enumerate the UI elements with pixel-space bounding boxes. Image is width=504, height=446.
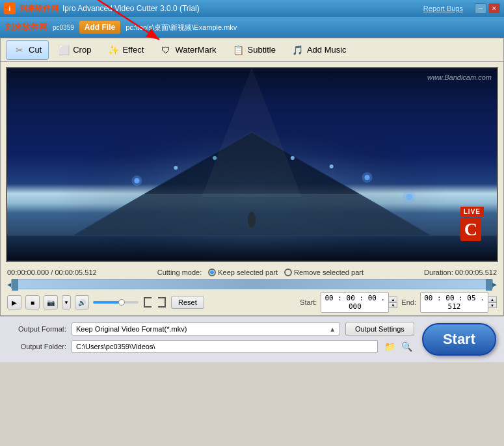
add-file-bar: 刘来软件网 pc0359 Add File pc:\tools\桌面\新视频\E…	[0, 17, 504, 38]
start-end-area: Start: 00 : 00 : 00 . 000 ▲ ▼ End: 00 : …	[208, 292, 497, 313]
tab-add-music[interactable]: 🎵 Add Music	[284, 40, 354, 60]
playback-controls: ▶ ■ 📷 ▼ 🔊 Reset Start: 00 : 00 : 00 . 00…	[1, 289, 503, 315]
scene-overlay	[7, 68, 497, 261]
timeline-right-handle[interactable]	[486, 279, 492, 291]
output-settings-button[interactable]: Output Settings	[345, 322, 414, 336]
time-separator: /	[51, 269, 53, 276]
app-icon: i	[4, 3, 16, 14]
remove-radio[interactable]	[284, 269, 292, 276]
status-bar: 00:00:00.000 / 00:00:05.512 Cutting mode…	[1, 267, 503, 278]
end-time-input[interactable]: 00 : 00 : 05 . 512	[420, 292, 488, 313]
format-value: Keep Original Video Format(*.mkv)	[76, 325, 187, 333]
start-row: Output Format: Keep Original Video Forma…	[8, 322, 496, 357]
bottom-section: Output Format: Keep Original Video Forma…	[0, 316, 504, 362]
format-dropdown[interactable]: Keep Original Video Format(*.mkv) ▲	[72, 322, 340, 335]
cut-icon: ✂	[13, 44, 26, 57]
crop-icon: ⬜	[57, 44, 70, 57]
svg-point-9	[213, 156, 217, 160]
tab-subtitle-label: Subtitle	[248, 45, 276, 55]
sub-brand: pc0359	[53, 24, 74, 31]
timeline-left-handle[interactable]	[12, 279, 18, 291]
tab-subtitle[interactable]: 📋 Subtitle	[225, 40, 283, 60]
end-time-spinner: ▲ ▼	[488, 296, 497, 308]
tab-watermark-label: WaterMark	[175, 45, 216, 55]
screenshot-button[interactable]: 📷	[44, 295, 58, 309]
volume-thumb[interactable]	[118, 299, 125, 306]
bracket-right[interactable]	[158, 297, 166, 308]
close-button[interactable]: ✕	[488, 3, 500, 14]
remove-label: Remove selected part	[294, 269, 364, 276]
tab-add-music-label: Add Music	[307, 45, 347, 55]
tab-watermark[interactable]: 🛡 WaterMark	[152, 40, 223, 60]
svg-rect-18	[7, 194, 497, 236]
dropdown-arrow-icon: ▲	[329, 326, 336, 333]
video-background: www.Bandicam.com LIVE C	[7, 68, 497, 261]
add-file-button[interactable]: Add File	[79, 21, 120, 34]
add-music-icon: 🎵	[291, 44, 304, 57]
output-folder-row: Output Folder: 📁 🔍	[8, 340, 414, 353]
keep-label: Keep selected part	[218, 269, 278, 276]
start-label: Start:	[300, 298, 317, 306]
live-channel: C	[460, 218, 481, 241]
search-folder-button[interactable]: 🔍	[400, 340, 414, 353]
end-time-down[interactable]: ▼	[488, 302, 497, 308]
svg-point-13	[362, 172, 373, 183]
tab-crop[interactable]: ⬜ Crop	[50, 40, 98, 60]
app-title: Ipro Advanced Video Cutter 3.0.0 (Trial)	[62, 4, 200, 13]
main-window: ✂ Cut ⬜ Crop ✨ Effect 🛡 WaterMark	[0, 38, 504, 316]
timeline-container: ◂ ▸	[6, 279, 498, 289]
duration-display: Duration: 00:00:05.512	[424, 269, 497, 276]
tab-cut[interactable]: ✂ Cut	[6, 40, 49, 60]
video-watermark-text: www.Bandicam.com	[427, 73, 492, 81]
cutting-mode-area: Cutting mode: Keep selected part Remove …	[157, 269, 364, 276]
tab-effect[interactable]: ✨ Effect	[99, 40, 151, 60]
watermark-icon: 🛡	[159, 44, 172, 57]
open-folder-button[interactable]: 📁	[383, 340, 397, 353]
folder-icons: 📁 🔍	[383, 340, 414, 353]
title-bar-left: i 刘来软件网 Ipro Advanced Video Cutter 3.0.0…	[4, 3, 200, 14]
output-cols: Output Format: Keep Original Video Forma…	[8, 322, 414, 357]
duration-label: Duration:	[424, 269, 453, 276]
timeline[interactable]	[11, 279, 493, 289]
watermark-logo: 刘来软件网	[20, 3, 59, 14]
start-time-spinner: ▲ ▼	[388, 296, 397, 308]
keep-radio[interactable]	[208, 269, 216, 276]
volume-button[interactable]: 🔊	[75, 295, 89, 309]
svg-point-7	[131, 176, 142, 186]
start-time-up[interactable]: ▲	[388, 296, 397, 302]
start-time-down[interactable]: ▼	[388, 302, 397, 308]
end-time-control: 00 : 00 : 05 . 512 ▲ ▼	[420, 292, 497, 313]
tab-crop-label: Crop	[73, 45, 91, 55]
start-button[interactable]: Start	[422, 323, 496, 356]
volume-slider[interactable]	[93, 301, 139, 304]
current-time-value: 00:00:00.000	[7, 269, 49, 276]
live-badge: LIVE C	[460, 207, 484, 241]
timeline-right-arrow[interactable]: ▸	[492, 279, 497, 289]
window-controls: ─ ✕	[475, 3, 500, 14]
bracket-left[interactable]	[144, 297, 152, 308]
folder-path-input[interactable]	[72, 340, 378, 353]
title-bar: i 刘来软件网 Ipro Advanced Video Cutter 3.0.0…	[0, 0, 504, 17]
report-bugs-link[interactable]: Report Bugs	[423, 5, 463, 12]
minimize-button[interactable]: ─	[475, 3, 486, 14]
output-format-row: Output Format: Keep Original Video Forma…	[8, 322, 414, 336]
reset-button[interactable]: Reset	[171, 296, 204, 309]
video-player[interactable]: www.Bandicam.com LIVE C	[6, 67, 498, 262]
end-label: End:	[401, 298, 416, 306]
keep-part-option[interactable]: Keep selected part	[208, 269, 278, 276]
subtitle-icon: 📋	[232, 44, 245, 57]
play-button[interactable]: ▶	[7, 295, 21, 309]
end-time-up[interactable]: ▲	[488, 296, 497, 302]
start-time-input[interactable]: 00 : 00 : 00 . 000	[321, 292, 389, 313]
current-time: 00:00:00.000 / 00:00:05.512	[7, 269, 97, 276]
duration-value: 00:00:05.512	[455, 269, 497, 276]
stop-button[interactable]: ■	[25, 295, 40, 309]
svg-point-8	[174, 166, 178, 170]
tab-cut-label: Cut	[29, 45, 42, 55]
camera-dropdown-button[interactable]: ▼	[62, 295, 71, 309]
file-path: pc:\tools\桌面\新视频\Example.mkv	[126, 23, 237, 33]
tab-effect-label: Effect	[122, 45, 144, 55]
remove-part-option[interactable]: Remove selected part	[284, 269, 364, 276]
svg-point-10	[291, 156, 295, 160]
folder-label: Output Folder:	[8, 343, 66, 350]
